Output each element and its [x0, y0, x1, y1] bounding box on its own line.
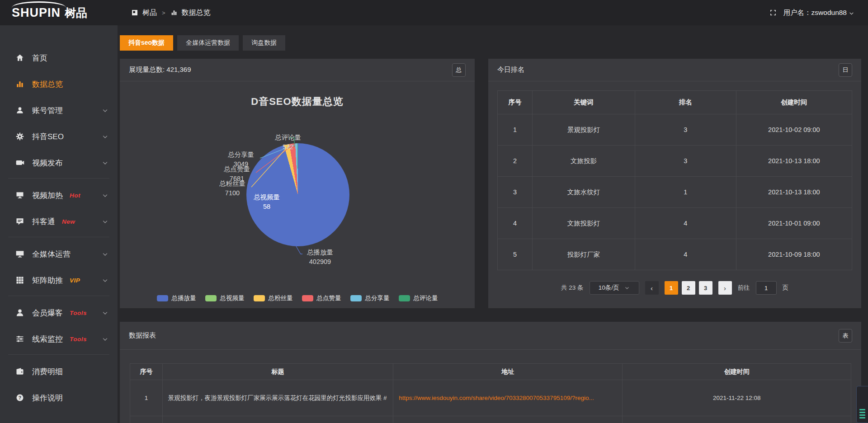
table-cell: 景观投影灯 — [532, 114, 635, 146]
table-row: 5投影灯厂家42021-10-09 18:00 — [498, 239, 852, 270]
logo-text-cn: 树品 — [65, 5, 87, 20]
ranking-panel-header: 今日排名 日 — [488, 59, 861, 81]
video-link[interactable]: https://www.iesdouyin.com/share/video/70… — [399, 395, 617, 401]
table-cell: 1 — [130, 380, 163, 416]
widget-bar — [859, 412, 865, 413]
chevron-down-icon — [102, 336, 108, 343]
username-label: 用户名：zswodun88 — [783, 8, 847, 18]
table-header-cell: 地址 — [393, 364, 623, 380]
user-icon — [15, 106, 24, 115]
ranking-table-header-row: 序号关键词排名创建时间 — [498, 91, 852, 114]
home-icon — [15, 53, 24, 62]
sidebar-item[interactable]: 消费明细 — [0, 361, 118, 382]
sidebar-item[interactable]: 会员爆客Tools — [0, 302, 118, 324]
sidebar-item[interactable]: 矩阵助推VIP — [0, 269, 118, 291]
page-button[interactable]: 2 — [682, 281, 695, 295]
legend-label: 总分享量 — [365, 294, 390, 302]
legend-item[interactable]: 总视频量 — [205, 294, 245, 302]
legend-item[interactable]: 总分享量 — [350, 294, 390, 302]
page-size-select[interactable]: 10条/页 — [590, 281, 639, 295]
table-cell: 3 — [635, 114, 736, 146]
legend-item[interactable]: 总粉丝量 — [254, 294, 293, 302]
logo-area: SHUPIN 树品 — [0, 5, 118, 20]
table-cell: 5 — [498, 239, 533, 270]
breadcrumb-root[interactable]: 树品 — [142, 8, 157, 18]
table-row: 3文旅水纹灯12021-10-13 18:00 — [498, 177, 852, 208]
sidebar-item[interactable]: 抖客通New — [0, 211, 118, 232]
user-menu[interactable]: 用户名：zswodun88 — [783, 8, 854, 18]
app-logo[interactable]: SHUPIN 树品 — [12, 5, 87, 20]
sidebar-item[interactable]: 视频发布 — [0, 152, 118, 174]
table-cell: 4 — [498, 208, 533, 239]
svg-text:?: ? — [19, 395, 21, 400]
sidebar-item[interactable]: 账号管理 — [0, 99, 118, 121]
chevron-down-icon — [102, 107, 108, 114]
pie-chart-area: D音SEO数据量总览 总评论量572 总分享量3049 — [120, 81, 475, 308]
sidebar-item-badge: Tools — [70, 336, 87, 343]
prev-page-button[interactable]: ‹ — [645, 281, 659, 295]
pie-label-videos: 总视频量58 — [249, 193, 285, 212]
sidebar-item[interactable]: 全媒体运营 — [0, 243, 118, 265]
table-cell: 投影灯厂家 — [532, 239, 635, 270]
widget-bar — [859, 417, 865, 418]
topbar-right: 用户名：zswodun88 — [769, 8, 854, 18]
sidebar-item[interactable]: 抖音SEO — [0, 126, 118, 147]
legend-swatch — [350, 295, 362, 301]
sidebar-divider — [8, 237, 109, 237]
table-cell: 2021-10-13 18:00 — [736, 146, 852, 177]
tab-active[interactable]: 抖音seo数据 — [120, 35, 173, 51]
sidebar-item[interactable]: 数据总览 — [0, 73, 118, 95]
table-cell — [623, 416, 851, 423]
sidebar-item[interactable]: ?操作说明 — [0, 387, 118, 409]
goto-suffix: 页 — [783, 284, 789, 292]
table-header-cell: 序号 — [498, 91, 533, 114]
chart-legend: 总播放量总视频量总粉丝量总点赞量总分享量总评论量 — [120, 294, 475, 302]
legend-label: 总视频量 — [220, 294, 245, 302]
chevron-down-icon — [102, 160, 108, 166]
ranking-day-button[interactable]: 日 — [839, 63, 852, 77]
breadcrumb: 树品 > 数据总览 — [131, 8, 211, 18]
goto-label: 前往 — [738, 284, 750, 292]
top-panels-row: 展现量总数: 421,369 总 D音SEO数据量总览 总评论量572 — [120, 59, 861, 308]
next-page-button[interactable]: › — [718, 281, 732, 295]
tab-inactive[interactable]: 全媒体运营数据 — [177, 35, 239, 51]
goto-page-input[interactable] — [756, 281, 777, 295]
floating-service-widget[interactable] — [856, 386, 868, 423]
sidebar-item-badge: VIP — [70, 277, 80, 284]
sidebar-item[interactable]: 线索监控Tools — [0, 328, 118, 350]
table-cell: 1 — [635, 177, 736, 208]
table-row: 4文旅投影灯42021-10-01 09:00 — [498, 208, 852, 239]
legend-swatch — [254, 295, 265, 301]
sidebar-item-label: 消费明细 — [32, 367, 63, 377]
sidebar-item[interactable]: 视频加热Hot — [0, 184, 118, 206]
sidebar-item[interactable]: 首页 — [0, 47, 118, 69]
legend-item[interactable]: 总点赞量 — [302, 294, 341, 302]
legend-item[interactable]: 总评论量 — [399, 294, 438, 302]
table-cell — [130, 416, 163, 423]
sidebar-item-label: 线索监控 — [32, 334, 63, 344]
pie-label-plays: 总播放量402909 — [301, 248, 339, 267]
bar-chart-icon — [15, 80, 24, 89]
gear-icon — [15, 132, 24, 141]
overview-total-button[interactable]: 总 — [452, 63, 466, 77]
page-size-value: 10条/页 — [599, 284, 619, 292]
report-table: 序号标题地址创建时间 1景观投影灯，夜游景观投影灯厂家展示展示落花灯在花园里的灯… — [130, 363, 851, 423]
ranking-panel: 今日排名 日 序号关键词排名创建时间 1景观投影灯32021-10-02 09:… — [488, 59, 861, 308]
member-icon — [15, 308, 24, 317]
sidebar-item-label: 抖音SEO — [32, 132, 64, 142]
breadcrumb-current: 数据总览 — [182, 8, 211, 18]
sidebar-item-label: 全媒体运营 — [32, 249, 71, 259]
table-header-cell: 关键词 — [532, 91, 635, 114]
fullscreen-icon[interactable] — [769, 9, 777, 17]
report-table-button[interactable]: 表 — [839, 329, 852, 343]
tab-inactive[interactable]: 询盘数据 — [243, 35, 285, 51]
page-button[interactable]: 1 — [665, 281, 678, 295]
sidebar-item-badge: Tools — [70, 310, 87, 316]
page-button[interactable]: 3 — [699, 281, 712, 295]
sidebar-item-label: 账号管理 — [32, 105, 63, 116]
legend-item[interactable]: 总播放量 — [157, 294, 196, 302]
sliders-icon — [15, 334, 24, 343]
pie-label-fans: 总粉丝量7100 — [214, 179, 250, 198]
legend-swatch — [205, 295, 217, 301]
chevron-down-icon — [102, 192, 108, 199]
